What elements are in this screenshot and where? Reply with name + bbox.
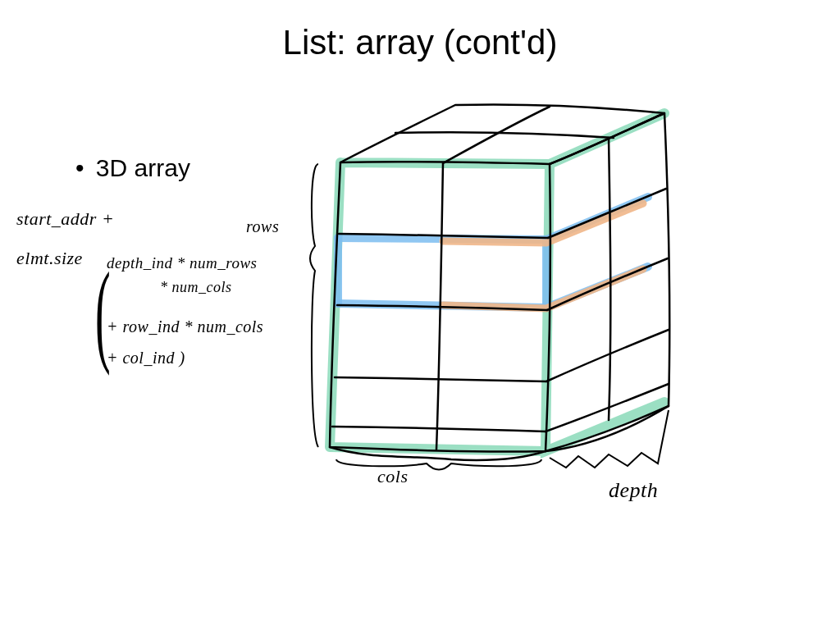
formula-line5: + row_ind * num_cols <box>107 315 263 338</box>
label-rows: rows <box>246 215 279 238</box>
formula-line3: depth_ind * num_rows <box>107 253 257 275</box>
bullet-3d-array: 3D array <box>75 154 190 182</box>
formula-line6: + col_ind ) <box>107 346 185 369</box>
formula-line1: start_addr + <box>16 207 114 232</box>
slide-title: List: array (cont'd) <box>0 23 840 62</box>
formula-line2: elmt.size <box>16 246 83 272</box>
cube-diagram <box>304 82 788 500</box>
formula-line4: * num_cols <box>160 277 232 298</box>
